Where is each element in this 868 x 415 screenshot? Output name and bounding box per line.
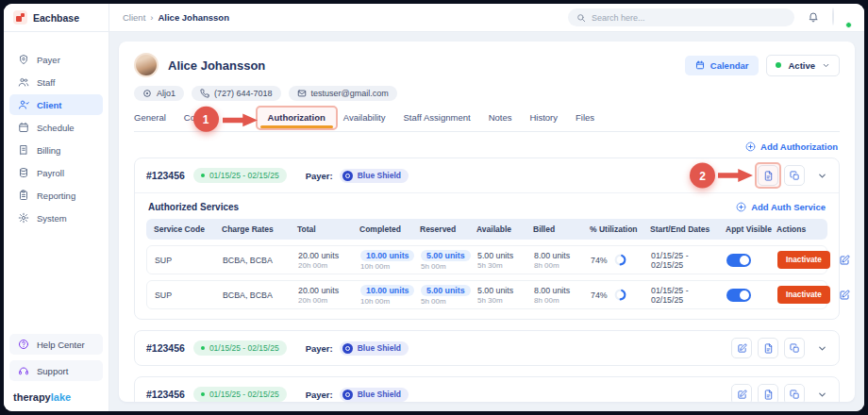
- sidebar-item-payroll[interactable]: Payroll: [9, 162, 103, 183]
- reserved-cell: 5.00 units5h 00m: [421, 285, 474, 306]
- payer-badge: Blue Shield: [340, 388, 409, 402]
- sidebar-item-system[interactable]: System: [9, 208, 103, 228]
- tab-files[interactable]: Files: [576, 112, 594, 131]
- green-dot: [201, 174, 205, 177]
- available-cell: 5.00 units5h 30m: [477, 251, 530, 270]
- billing-receipt-icon: [18, 144, 29, 156]
- help-center-button[interactable]: Help Center: [9, 334, 103, 355]
- tab-authorization[interactable]: Authorization 1: [268, 112, 326, 131]
- auth-number: #123456: [146, 170, 185, 181]
- document-icon: [763, 390, 774, 400]
- document-icon: [763, 171, 774, 181]
- search-input[interactable]: [592, 13, 786, 23]
- status-dropdown[interactable]: Active: [766, 55, 840, 76]
- headset-icon: [18, 365, 29, 376]
- available-cell: 5.00 units5h 30m: [477, 286, 530, 305]
- authorization-card-2-header[interactable]: #123456 01/15/25 - 02/15/25 Payer: Blue …: [135, 331, 839, 365]
- search-icon: [576, 9, 586, 26]
- main-area: Alice Johansson Calendar Active: [109, 32, 864, 411]
- sidebar-item-label: Payroll: [37, 168, 64, 178]
- tab-general[interactable]: General: [134, 112, 166, 131]
- sidebar-footer: Help Center Support: [9, 334, 103, 381]
- calendar-button[interactable]: Calendar: [685, 56, 760, 75]
- online-status-dot: [845, 22, 852, 28]
- authorized-services-title: Authorized Services: [148, 202, 239, 212]
- tab-staff-assignment[interactable]: Staff Assignment: [404, 112, 471, 131]
- duplicate-button[interactable]: [784, 338, 805, 358]
- sidebar-item-label: Schedule: [37, 123, 75, 133]
- auth-number: #123456: [146, 342, 185, 354]
- inactivate-button[interactable]: Inactivate: [777, 286, 830, 304]
- expand-card-button[interactable]: [817, 343, 827, 354]
- copy-icon: [790, 343, 800, 354]
- auth-date-badge: 01/15/25 - 02/15/25: [193, 168, 287, 183]
- annotation-step-1-badge: 1: [193, 107, 219, 132]
- inactivate-button[interactable]: Inactivate: [777, 251, 830, 269]
- collapse-card-button[interactable]: [817, 171, 827, 181]
- notifications-bell-icon[interactable]: [808, 9, 819, 26]
- authorization-card-3-header[interactable]: #123456 01/15/25 - 02/15/25 Payer: Blue …: [135, 377, 839, 402]
- auth-date-badge: 01/15/25 - 02/15/25: [193, 340, 287, 356]
- edit-service-button[interactable]: [839, 255, 850, 266]
- view-document-button[interactable]: [758, 384, 778, 402]
- tab-notes[interactable]: Notes: [489, 112, 512, 131]
- sidebar-item-label: System: [37, 213, 67, 224]
- client-phone: (727) 644-7018: [214, 89, 273, 98]
- sidebar-item-schedule[interactable]: Schedule: [9, 117, 103, 138]
- sidebar-item-reporting[interactable]: Reporting: [9, 185, 103, 206]
- add-authorization-link[interactable]: Add Authorization: [745, 141, 838, 152]
- service-code: SUP: [155, 290, 219, 300]
- actions-cell: Inactivate: [777, 286, 819, 304]
- client-actions: Calendar Active: [685, 55, 840, 76]
- sidebar-item-label: Client: [37, 100, 61, 110]
- plus-circle-icon: [745, 141, 756, 152]
- duplicate-button[interactable]: [784, 384, 805, 402]
- client-code: Aljo1: [157, 89, 175, 98]
- calendar-button-label: Calendar: [710, 60, 749, 71]
- billed-cell: 8.00 units8h 00m: [534, 251, 587, 270]
- chevron-down-icon: [817, 171, 827, 181]
- payer-shield-icon: [18, 54, 29, 65]
- edit-authorization-button[interactable]: [731, 384, 752, 402]
- sidebar-item-client[interactable]: Client: [9, 94, 103, 115]
- edit-service-button[interactable]: [839, 290, 850, 301]
- edit-pencil-icon: [737, 390, 747, 400]
- support-button[interactable]: Support: [9, 360, 103, 381]
- breadcrumb-section[interactable]: Client: [123, 12, 145, 23]
- brand: Eachbase: [4, 4, 109, 31]
- service-code: SUP: [155, 256, 219, 265]
- expand-card-button[interactable]: [817, 390, 827, 400]
- green-dot: [201, 346, 205, 350]
- appt-visible-toggle[interactable]: [726, 289, 751, 302]
- system-gear-icon: [18, 212, 29, 224]
- sidebar-item-staff[interactable]: Staff: [9, 72, 103, 92]
- client-email-badge: testuser@gmail.com: [289, 86, 397, 101]
- tab-history[interactable]: History: [529, 112, 558, 131]
- phone-icon: [200, 89, 209, 98]
- charge-rates: BCBA, BCBA: [223, 290, 294, 300]
- reporting-clipboard-icon: [18, 190, 29, 201]
- duplicate-button[interactable]: [784, 165, 805, 186]
- authorization-content: Add Authorization #123456 01/15/25 - 02/…: [134, 132, 840, 402]
- service-table-row: SUP BCBA, BCBA 20.00 units20h 00m 10.00 …: [146, 245, 827, 274]
- chevron-down-icon: [817, 390, 827, 400]
- sidebar-item-payer[interactable]: Payer: [9, 49, 103, 70]
- authorization-card-1-header[interactable]: #123456 01/15/25 - 02/15/25 Payer: Blue …: [135, 158, 839, 193]
- add-auth-service-link[interactable]: Add Auth Service: [736, 202, 826, 212]
- edit-authorization-button[interactable]: [731, 338, 752, 358]
- plus-circle-icon: [736, 202, 746, 212]
- mail-icon: [297, 89, 307, 98]
- topbar: Eachbase Client › Alice Johansson: [4, 4, 864, 32]
- payer-group: Payer: Blue Shield: [306, 388, 409, 402]
- charge-rates: BCBA, BCBA: [223, 256, 294, 265]
- sidebar-item-label: Reporting: [37, 191, 75, 201]
- user-avatar[interactable]: [832, 8, 851, 27]
- search-bar[interactable]: [568, 8, 794, 26]
- breadcrumb: Client › Alice Johansson: [123, 12, 229, 23]
- sidebar-item-billing[interactable]: Billing: [9, 140, 103, 160]
- view-document-button[interactable]: [758, 338, 778, 358]
- view-document-button[interactable]: 2: [758, 165, 778, 186]
- start-end-dates: 01/15/25 - 02/15/25: [651, 251, 723, 270]
- appt-visible-toggle[interactable]: [726, 254, 751, 267]
- tab-availability[interactable]: Availability: [343, 112, 386, 131]
